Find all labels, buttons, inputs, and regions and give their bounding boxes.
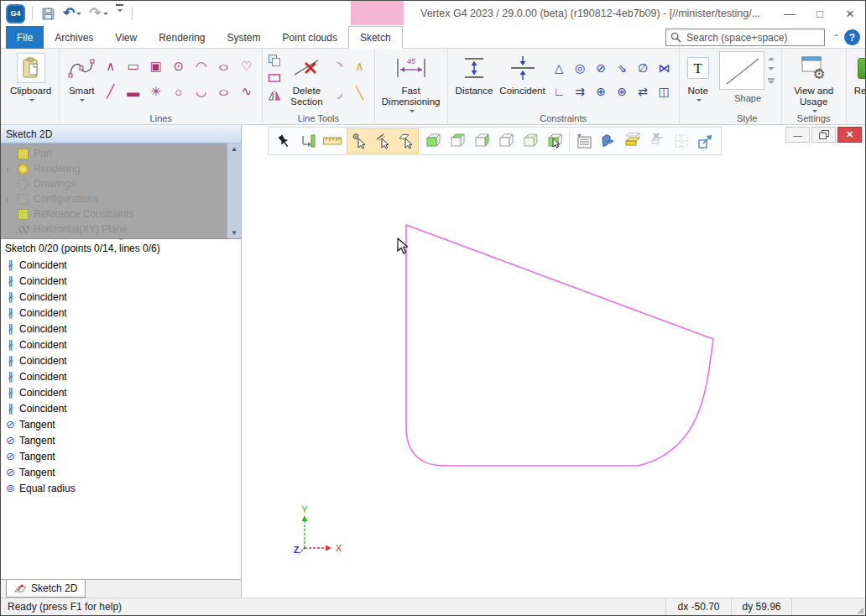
menu-tab[interactable]: View	[104, 26, 148, 49]
constraint-row[interactable]: ⊘ Tangent	[3, 448, 241, 464]
return-button[interactable]: ✓ Return	[851, 51, 866, 106]
shape-style-preview[interactable]	[719, 51, 764, 90]
gallery-down-icon[interactable]	[768, 67, 775, 74]
menu-tab[interactable]: Archives	[44, 26, 104, 49]
redo-dropdown-caret-icon[interactable]	[103, 13, 108, 18]
view-wireframe-icon[interactable]	[494, 129, 518, 153]
snap-line-icon[interactable]	[371, 129, 394, 153]
constraint-row[interactable]: ⊘ Tangent	[3, 464, 241, 480]
snap-plane-icon[interactable]	[394, 129, 418, 153]
coincident-button[interactable]: Coincident	[496, 51, 548, 98]
note-button[interactable]: T Note	[684, 51, 712, 106]
tree-scrollbar[interactable]: ▲ ▼	[227, 144, 241, 238]
fillet-corner-icon[interactable]: ◞	[330, 80, 350, 107]
constraint-row[interactable]: ⊘ Tangent	[3, 432, 241, 448]
view-and-usage-button[interactable]: ⚙ View and Usage	[786, 51, 842, 117]
minimize-button[interactable]: —	[775, 1, 805, 26]
circle-icon[interactable]: ○	[167, 79, 190, 104]
expand-chevron-icon[interactable]: ›	[6, 194, 18, 204]
snap-point-icon[interactable]	[347, 129, 371, 153]
fit-view-icon[interactable]	[296, 129, 320, 153]
constraint-row[interactable]: ∦ Coincident	[3, 289, 241, 305]
constraint-row[interactable]: ⊚ Equal radius	[3, 480, 241, 496]
expand-chevron-icon[interactable]: ›	[6, 164, 18, 174]
clipboard-button[interactable]: Clipboard	[7, 51, 55, 106]
undo-button[interactable]: ↶	[61, 4, 83, 23]
tree-item[interactable]: › Configurations	[1, 191, 227, 206]
constraint-row[interactable]: ∦ Coincident	[3, 400, 241, 416]
sketch-canvas[interactable]: Y X Z	[242, 125, 865, 598]
sketch-list-icon[interactable]	[572, 129, 596, 153]
constraint-row[interactable]: ∦ Coincident	[3, 352, 241, 368]
tree-item[interactable]: › Rendering	[1, 161, 227, 176]
tree-item[interactable]: Drawings	[1, 176, 227, 191]
constraint-row[interactable]: ∦ Coincident	[3, 337, 241, 352]
rectangle-icon[interactable]: ▭	[122, 54, 144, 79]
document-restore-button[interactable]	[811, 127, 836, 143]
document-close-button[interactable]: ✕	[837, 127, 862, 143]
line-icon[interactable]: ╱	[99, 79, 122, 104]
fix-angle-icon[interactable]: ∅	[633, 56, 654, 80]
delete-view-icon[interactable]	[645, 129, 669, 153]
constraint-row[interactable]: ∦ Coincident	[3, 257, 241, 273]
chamfer-corner-icon[interactable]: ╲	[350, 80, 370, 107]
smart-line-button[interactable]: Smart	[64, 51, 99, 106]
parallel-icon[interactable]: ⇉	[570, 80, 591, 103]
mirror-icon[interactable]	[267, 88, 282, 103]
direction-constraint-icon[interactable]: ⇘	[612, 56, 633, 80]
document-minimize-button[interactable]: —	[785, 127, 810, 143]
menu-tab[interactable]: Rendering	[148, 26, 216, 49]
save-button[interactable]	[39, 4, 57, 23]
constraint-row[interactable]: ∦ Coincident	[3, 368, 241, 384]
help-button[interactable]: ?	[844, 29, 860, 45]
customize-quick-access-button[interactable]	[114, 4, 125, 23]
center-circle-icon[interactable]: ⊙	[167, 54, 190, 79]
equal-distance-icon[interactable]: ⇄	[633, 80, 654, 103]
search-box[interactable]	[665, 29, 825, 46]
app-logo[interactable]: G4	[6, 4, 25, 23]
ruler-icon[interactable]	[321, 129, 344, 153]
tangent-constraint-icon[interactable]: ⊘	[591, 56, 612, 80]
view-top-face-icon[interactable]	[446, 129, 469, 153]
view-iso-shaded-icon[interactable]	[519, 129, 542, 153]
symmetric-point-icon[interactable]: ◫	[654, 80, 675, 103]
copy-section-icon[interactable]	[267, 53, 282, 68]
pushpin-icon[interactable]	[272, 129, 295, 153]
angle-constraint-icon[interactable]: △	[549, 56, 570, 80]
tree-item[interactable]: Horizontal(XY) Plane	[1, 222, 227, 237]
redo-button[interactable]: ↷	[87, 4, 109, 23]
sketch-drawing[interactable]: Y X Z	[242, 125, 865, 598]
menu-tab[interactable]: Sketch	[348, 26, 403, 49]
tree-item[interactable]: Reference Constraints	[1, 206, 227, 222]
rounded-rectangle-icon[interactable]: ▣	[144, 54, 167, 79]
fillet-icon[interactable]: ◝	[330, 53, 350, 80]
search-input[interactable]	[686, 32, 820, 44]
symmetry-icon[interactable]: ⋈	[654, 56, 675, 80]
constraint-row[interactable]: ∦ Coincident	[3, 273, 241, 289]
constraint-row[interactable]: ∦ Coincident	[3, 321, 241, 337]
tree-item[interactable]: Part	[1, 146, 227, 161]
collapse-ribbon-icon[interactable]: ⌃	[833, 33, 840, 42]
scroll-down-icon[interactable]: ▼	[231, 229, 237, 237]
grid-toggle-icon[interactable]	[670, 129, 693, 153]
constraint-row[interactable]: ∦ Coincident	[3, 305, 241, 321]
equal-radius-constraint-icon[interactable]: ⊛	[612, 80, 633, 103]
scroll-up-icon[interactable]: ▲	[231, 145, 237, 153]
chamfer-icon[interactable]: ∧	[350, 53, 370, 80]
ellipse-icon[interactable]: ○	[206, 79, 242, 104]
offset-rectangle-icon[interactable]	[267, 70, 282, 86]
sketch-2d-tab[interactable]: Sketch 2D	[6, 580, 86, 598]
view-side-face-icon[interactable]	[470, 129, 493, 153]
filled-rectangle-icon[interactable]: ▬	[122, 79, 144, 104]
delete-section-button[interactable]: Delete Section	[287, 51, 326, 109]
exit-sketch-icon[interactable]	[694, 129, 717, 153]
view-front-face-icon[interactable]	[421, 129, 445, 153]
gallery-up-icon[interactable]	[768, 54, 775, 60]
distance-button[interactable]: Distance	[452, 51, 497, 98]
fast-dimensioning-button[interactable]: 45 Fast Dimensioning	[379, 51, 443, 117]
polygon-icon[interactable]: ✳	[144, 79, 167, 104]
pick-face-icon[interactable]	[543, 129, 566, 153]
menu-tab[interactable]: File	[6, 26, 44, 49]
slot-icon[interactable]: ○	[206, 54, 242, 79]
constraint-row[interactable]: ⊘ Tangent	[3, 416, 241, 432]
